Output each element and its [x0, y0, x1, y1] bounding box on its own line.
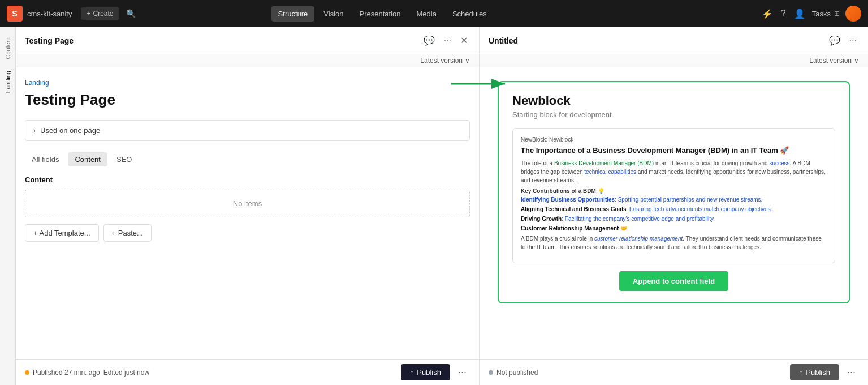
- preview-para2: A BDM plays a crucial role in customer r…: [521, 234, 827, 251]
- main-layout: Content Landing Testing Page 💬 ··· ✕ Lat…: [0, 27, 868, 385]
- help-icon[interactable]: ?: [780, 7, 787, 20]
- chevron-down-icon-right: ∨: [854, 57, 859, 65]
- used-on-text: Used on one page: [40, 126, 100, 135]
- field-tabs: All fields Content SEO: [25, 152, 470, 166]
- top-nav: S cms-kit-sanity + Create 🔍 Structure Vi…: [0, 0, 868, 27]
- preview-list-4: Customer Relationship Management 🤝: [521, 225, 827, 233]
- append-to-content-button[interactable]: Append to content field: [619, 271, 728, 291]
- more-icon[interactable]: ···: [442, 35, 454, 47]
- right-panel-body: Newblock Starting block for development …: [480, 67, 868, 359]
- app-logo: S: [7, 6, 23, 22]
- left-panel-footer: Published 27 min. ago Edited just now ↑ …: [16, 359, 479, 385]
- publish-status-left: Published 27 min. ago Edited just now: [25, 369, 149, 377]
- nav-schedules[interactable]: Schedules: [446, 6, 494, 22]
- append-btn-text1: Append to: [633, 277, 671, 285]
- left-panel-header-actions: 💬 ··· ✕: [421, 34, 470, 47]
- chevron-down-icon: ∨: [465, 57, 470, 65]
- paste-button[interactable]: + Paste...: [103, 224, 152, 242]
- tasks-button[interactable]: Tasks ⊞: [812, 10, 840, 18]
- not-published-text: Not published: [496, 369, 538, 377]
- nav-presentation[interactable]: Presentation: [353, 6, 408, 22]
- footer-more-left[interactable]: ···: [455, 366, 470, 378]
- users-icon[interactable]: 👤: [793, 7, 806, 20]
- right-more-icon[interactable]: ···: [847, 35, 859, 47]
- preview-section1: Key Contributions of a BDM 💡: [521, 188, 827, 194]
- left-panel-title: Testing Page: [25, 36, 421, 45]
- left-panel: Testing Page 💬 ··· ✕ Latest version ∨ La…: [16, 27, 480, 385]
- user-avatar[interactable]: [845, 6, 861, 22]
- preview-list-2: Aligning Technical and Business Goals: E…: [521, 206, 827, 213]
- sidebar-tabs: Content Landing: [0, 27, 16, 385]
- preview-intro: The role of a Business Development Manag…: [521, 159, 827, 185]
- newblock-title: Newblock: [512, 93, 835, 108]
- preview-box[interactable]: NewBlock: Newblock The Importance of a B…: [512, 128, 835, 263]
- append-btn-content: content: [671, 277, 698, 285]
- version-bar-right: Latest version ∨: [480, 54, 868, 67]
- left-panel-body: Landing Testing Page › Used on one page …: [16, 67, 479, 359]
- sidebar-tab-landing[interactable]: Landing: [2, 65, 14, 99]
- published-text: Published 27 min. ago: [33, 369, 100, 377]
- edited-text: Edited just now: [103, 369, 149, 377]
- right-panel-footer: Not published ↑ Publish ···: [480, 359, 868, 385]
- preview-meta: NewBlock: Newblock: [521, 136, 827, 143]
- sidebar-tab-content[interactable]: Content: [2, 32, 14, 65]
- preview-list-1: Identifying Business Opportunities: Spot…: [521, 196, 827, 204]
- version-bar-left: Latest version ∨: [16, 54, 479, 67]
- lightning-icon[interactable]: ⚡: [761, 7, 774, 20]
- preview-list-3: Driving Growth: Facilitating the company…: [521, 215, 827, 223]
- newblock-subtitle: Starting block for development: [512, 110, 835, 119]
- nav-structure[interactable]: Structure: [271, 6, 315, 22]
- append-btn-text2: field: [698, 277, 715, 285]
- nav-media[interactable]: Media: [410, 6, 443, 22]
- right-panel-header: Untitled 💬 ···: [480, 27, 868, 54]
- status-dot-left: [25, 370, 29, 375]
- add-buttons: + Add Template... + Paste...: [25, 224, 470, 242]
- tasks-expand-icon: ⊞: [834, 10, 840, 18]
- nav-vision[interactable]: Vision: [317, 6, 350, 22]
- used-on-box[interactable]: › Used on one page: [25, 120, 470, 141]
- add-template-button[interactable]: + Add Template...: [25, 224, 99, 242]
- search-icon[interactable]: 🔍: [126, 9, 136, 18]
- content-section-label: Content: [25, 176, 470, 184]
- left-panel-header: Testing Page 💬 ··· ✕: [16, 27, 479, 54]
- doc-title: Testing Page: [25, 91, 470, 109]
- newblock-card: Newblock Starting block for development …: [498, 81, 850, 303]
- version-selector-left[interactable]: Latest version ∨: [420, 57, 470, 65]
- nav-center: Structure Vision Presentation Media Sche…: [271, 6, 494, 22]
- right-comment-icon[interactable]: 💬: [827, 34, 843, 47]
- version-selector-right[interactable]: Latest version ∨: [809, 57, 859, 65]
- status-dot-right: [489, 370, 493, 375]
- comment-icon[interactable]: 💬: [421, 34, 437, 47]
- close-icon[interactable]: ✕: [458, 34, 470, 47]
- tab-content[interactable]: Content: [68, 152, 107, 166]
- publish-button-right[interactable]: ↑ Publish: [790, 364, 839, 380]
- right-panel: Untitled 💬 ··· Latest version ∨ Newblock…: [480, 27, 868, 385]
- create-button[interactable]: + Create: [81, 7, 119, 20]
- app-name: cms-kit-sanity: [27, 10, 72, 18]
- publish-upload-icon: ↑: [410, 369, 413, 377]
- publish-status-right: Not published: [489, 369, 538, 377]
- chevron-right-icon: ›: [33, 127, 36, 135]
- arrow-svg: [446, 72, 513, 95]
- nav-right: ⚡ ? 👤 Tasks ⊞: [761, 6, 861, 22]
- right-publish-upload-icon: ↑: [799, 369, 802, 377]
- plus-icon: +: [87, 10, 90, 18]
- no-items-placeholder: No items: [25, 190, 470, 217]
- footer-more-right[interactable]: ···: [844, 366, 859, 378]
- preview-heading: The Importance of a Business Development…: [521, 146, 827, 156]
- publish-button-left[interactable]: ↑ Publish: [401, 364, 450, 380]
- tab-seo[interactable]: SEO: [110, 152, 139, 166]
- right-panel-header-actions: 💬 ···: [827, 34, 859, 47]
- tab-all-fields[interactable]: All fields: [25, 152, 66, 166]
- breadcrumb[interactable]: Landing: [25, 79, 470, 87]
- right-panel-title: Untitled: [489, 36, 827, 45]
